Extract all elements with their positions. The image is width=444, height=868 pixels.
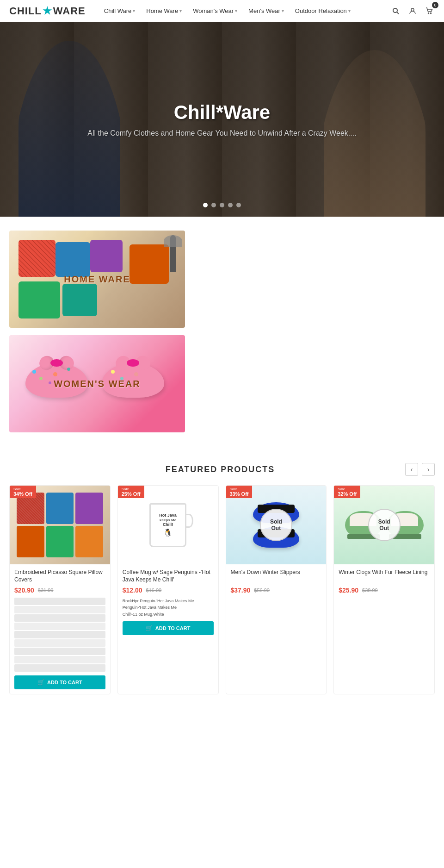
site-logo[interactable]: CHILL★WARE — [9, 5, 86, 17]
mug-handle — [185, 514, 193, 528]
product-info-mug: Coffee Mug w/ Sage Penguins -'Hot Java K… — [118, 564, 218, 640]
variant-5[interactable] — [14, 631, 105, 638]
sale-pct-2: 25% Off — [122, 491, 141, 497]
chevron-down-icon: ▾ — [133, 8, 135, 13]
sale-text-3: Sale — [230, 487, 249, 491]
variant-6[interactable] — [14, 639, 105, 647]
sale-badge-1: Sale 34% Off — [10, 486, 36, 498]
product-card-pillows: Sale 34% Off Embroidered Picasso Squar — [9, 485, 111, 694]
womenswear-label: WOMEN'S WEAR — [54, 379, 141, 389]
price-original-pillows: $31.90 — [38, 587, 54, 593]
sale-text-1: Sale — [13, 487, 32, 491]
logo-chill: CHILL — [9, 5, 42, 17]
pillow-swatch-5 — [46, 526, 74, 557]
mug-variant-3[interactable]: Chill'-11 oz Mug,White — [123, 611, 214, 618]
hero-dots — [203, 203, 241, 207]
user-icon[interactable] — [407, 6, 418, 17]
sale-badge-2: Sale 25% Off — [118, 486, 144, 498]
nav-item-menswear[interactable]: Men's Wear ▾ — [244, 5, 289, 17]
sale-pct-1: 34% Off — [13, 491, 32, 497]
price-original-mug: $16.00 — [146, 587, 162, 593]
price-current-slippers: $37.90 — [231, 587, 251, 594]
price-row-clogs: $25.90 $38.90 — [339, 587, 430, 594]
pillow-swatch-3 — [75, 493, 103, 524]
product-name-pillows: Embroidered Picasso Square Pillow Covers — [14, 569, 105, 584]
header-icons: 0 — [390, 6, 435, 17]
chevron-down-icon: ▾ — [348, 8, 351, 13]
hero-dot-3[interactable] — [220, 203, 224, 207]
variant-7[interactable] — [14, 648, 105, 655]
sold-out-overlay-clogs: SoldOut — [368, 509, 401, 541]
sale-pct-4: 32% Off — [338, 491, 357, 497]
hero-dot-5[interactable] — [236, 203, 241, 207]
add-to-cart-button-pillows[interactable]: 🛒 ADD TO CART — [14, 675, 105, 689]
price-current-pillows: $20.90 — [14, 587, 34, 594]
pillow-swatch-4 — [17, 526, 44, 557]
logo-star: ★ — [43, 5, 52, 17]
featured-nav-arrows: ‹ › — [405, 463, 435, 476]
hero-dot-4[interactable] — [228, 203, 233, 207]
cart-small-icon: 🛒 — [37, 679, 44, 686]
nav-item-homeware[interactable]: Home Ware ▾ — [142, 5, 186, 17]
nav-item-chillware[interactable]: Chill Ware ▾ — [99, 5, 140, 17]
products-grid: Sale 34% Off Embroidered Picasso Squar — [9, 485, 435, 694]
product-name-slippers: Men's Down Winter Slippers — [231, 569, 322, 584]
featured-products-section: FEATURED PRODUCTS ‹ › Sale 34% Off — [0, 449, 444, 708]
svg-point-3 — [428, 12, 429, 13]
featured-title: FEATURED PRODUCTS — [35, 465, 405, 475]
price-current-mug: $12.00 — [123, 587, 142, 594]
cart-icon[interactable]: 0 — [424, 6, 435, 17]
featured-next-arrow[interactable]: › — [422, 463, 435, 476]
sale-text-2: Sale — [122, 487, 141, 491]
hero-subtitle: All the Comfy Clothes and Home Gear You … — [87, 129, 356, 137]
sale-badge-3: Sale 33% Off — [226, 486, 253, 498]
pillow-swatch-2 — [46, 493, 74, 524]
variant-2[interactable] — [14, 606, 105, 613]
variant-3[interactable] — [14, 614, 105, 622]
hero-dot-1[interactable] — [203, 203, 208, 207]
price-current-clogs: $25.90 — [339, 587, 358, 594]
sale-text-4: Sale — [338, 487, 357, 491]
chevron-down-icon: ▾ — [179, 8, 182, 13]
svg-line-1 — [397, 12, 399, 14]
mug-variant-2[interactable]: Penguin-'Hot Java Makes Me — [123, 604, 214, 611]
site-header: CHILL★WARE Chill Ware ▾ Home Ware ▾ Woma… — [0, 0, 444, 22]
homeware-banner[interactable]: HOME WARE — [9, 231, 185, 328]
product-name-clogs: Winter Clogs With Fur Fleece Lining — [339, 569, 430, 584]
category-section: HOME WARE — [0, 217, 444, 449]
hero-banner: Chill*Ware All the Comfy Clothes and Hom… — [0, 22, 444, 217]
product-info-slippers: Men's Down Winter Slippers $37.90 $56.90 — [226, 564, 327, 602]
nav-item-womanswear[interactable]: Woman's Wear ▾ — [188, 5, 242, 17]
svg-point-0 — [393, 8, 397, 12]
pillow-swatch-6 — [75, 526, 103, 557]
price-row-slippers: $37.90 $56.90 — [231, 587, 322, 594]
womenswear-banner[interactable]: WOMEN'S WEAR — [9, 335, 185, 432]
homeware-label: HOME WARE — [64, 274, 130, 285]
search-icon[interactable] — [390, 6, 401, 17]
main-nav: Chill Ware ▾ Home Ware ▾ Woman's Wear ▾ … — [99, 5, 390, 17]
logo-ware: WARE — [53, 5, 86, 17]
variant-8[interactable] — [14, 656, 105, 663]
mug-variant-1[interactable]: RockHpr Penguin-'Hot Java Makes Me — [123, 598, 214, 604]
product-card-clogs: Sale 32% Off — [333, 485, 435, 694]
variant-4[interactable] — [14, 623, 105, 630]
price-original-slippers: $56.90 — [254, 587, 270, 593]
chevron-down-icon: ▾ — [235, 8, 237, 13]
sale-badge-4: Sale 32% Off — [334, 486, 360, 498]
featured-prev-arrow[interactable]: ‹ — [405, 463, 418, 476]
variant-1[interactable] — [14, 598, 105, 605]
sale-pct-3: 33% Off — [230, 491, 249, 497]
nav-item-outdoor[interactable]: Outdoor Relaxation ▾ — [290, 5, 355, 17]
price-row-mug: $12.00 $16.00 — [123, 587, 214, 594]
add-to-cart-button-mug[interactable]: 🛒 ADD TO CART — [123, 621, 214, 635]
svg-point-4 — [431, 12, 432, 13]
product-info-pillows: Embroidered Picasso Square Pillow Covers… — [10, 564, 110, 694]
product-info-clogs: Winter Clogs With Fur Fleece Lining $25.… — [334, 564, 434, 602]
variant-9[interactable] — [14, 664, 105, 672]
mug-visual: Hot Java keeps Me Chill! 🐧 — [149, 503, 186, 547]
hero-content: Chill*Ware All the Comfy Clothes and Hom… — [87, 101, 356, 137]
product-card-slippers: Sale 33% Off SoldOut — [226, 485, 327, 694]
svg-point-2 — [411, 8, 414, 11]
chevron-down-icon: ▾ — [282, 8, 284, 13]
hero-dot-2[interactable] — [211, 203, 216, 207]
